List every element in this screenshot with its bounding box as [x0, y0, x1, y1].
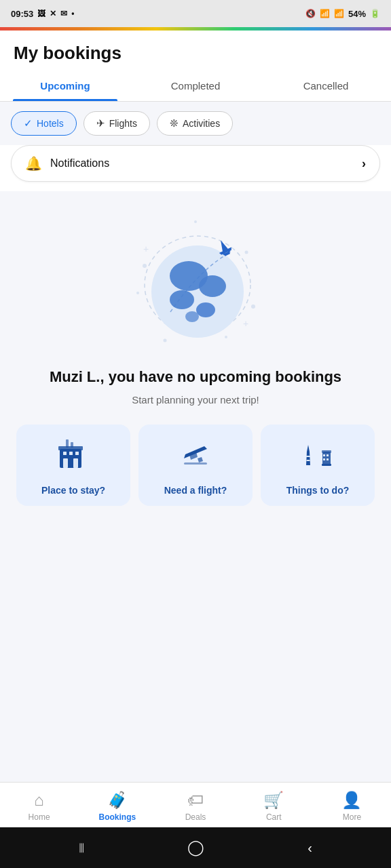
empty-state: + + Muz	[0, 191, 391, 782]
recent-apps-button[interactable]: ⦀	[79, 840, 84, 856]
cart-icon: 🛒	[263, 791, 284, 810]
svg-point-2	[245, 251, 248, 254]
card-need-a-flight[interactable]: Need a flight?	[138, 425, 253, 506]
svg-rect-28	[184, 462, 207, 465]
svg-point-12	[199, 275, 226, 297]
plane-icon: ✈	[96, 117, 105, 130]
nav-home[interactable]: ⌂ Home	[0, 788, 78, 825]
svg-rect-22	[73, 458, 78, 468]
svg-rect-25	[75, 452, 79, 455]
svg-rect-38	[323, 458, 325, 460]
tab-upcoming[interactable]: Upcoming	[0, 71, 130, 101]
notifications-bar[interactable]: 🔔 Notifications ›	[11, 145, 380, 182]
svg-rect-36	[323, 454, 325, 456]
chip-flights[interactable]: ✈ Flights	[83, 111, 150, 136]
system-nav-bar: ⦀ ◯ ‹	[0, 827, 391, 868]
landmarks-icon	[301, 437, 335, 477]
activities-icon: ❊	[170, 117, 179, 130]
check-icon: ✓	[24, 117, 33, 130]
card-place-to-stay[interactable]: Place to stay?	[16, 425, 130, 506]
location-icon: ✕	[50, 9, 56, 18]
empty-subtitle: Start planning your next trip!	[132, 394, 259, 406]
svg-text:+: +	[243, 318, 248, 329]
svg-rect-21	[63, 458, 68, 468]
svg-point-13	[170, 290, 194, 309]
svg-rect-32	[307, 460, 310, 461]
home-button[interactable]: ◯	[187, 839, 204, 856]
dot-icon: •	[71, 9, 74, 18]
svg-rect-24	[69, 452, 73, 455]
svg-rect-34	[322, 464, 331, 466]
chip-activities[interactable]: ❊ Activities	[157, 111, 233, 136]
home-icon: ⌂	[34, 791, 44, 810]
svg-rect-35	[322, 450, 331, 453]
filter-chips: ✓ Hotels ✈ Flights ❊ Activities	[0, 102, 391, 145]
globe-illustration: + +	[124, 212, 267, 354]
nav-cart[interactable]: 🛒 Cart	[235, 788, 313, 825]
battery-level: 54%	[348, 9, 366, 19]
wifi-icon: 📶	[320, 9, 330, 18]
bookings-icon: 🧳	[107, 791, 128, 810]
battery-icon: 🔋	[370, 9, 380, 18]
nav-more[interactable]: 👤 More	[313, 788, 391, 825]
nav-bookings[interactable]: 🧳 Bookings	[78, 788, 156, 825]
svg-point-1	[136, 292, 139, 294]
svg-rect-26	[66, 439, 69, 448]
signal-icon: 📶	[334, 9, 344, 18]
empty-title: Muzi L., you have no upcoming bookings	[50, 368, 341, 387]
svg-marker-30	[307, 445, 310, 452]
tab-cancelled[interactable]: Cancelled	[261, 71, 391, 101]
action-cards: Place to stay? Need a flight?	[14, 425, 377, 506]
page-title: My bookings	[0, 31, 391, 71]
svg-point-10	[151, 245, 244, 338]
svg-point-3	[251, 304, 255, 309]
bottom-nav: ⌂ Home 🧳 Bookings 🏷 Deals 🛒 Cart 👤 More	[0, 782, 391, 827]
svg-point-15	[185, 311, 199, 322]
more-icon: 👤	[341, 791, 362, 810]
card-things-to-do[interactable]: Things to do?	[261, 425, 375, 506]
status-time: 09:53	[11, 9, 33, 19]
nav-deals[interactable]: 🏷 Deals	[156, 788, 234, 825]
mute-icon: 🔇	[305, 9, 316, 18]
svg-point-5	[164, 339, 167, 342]
email-icon: ✉	[60, 9, 67, 18]
tabs-container: Upcoming Completed Cancelled	[0, 71, 391, 102]
svg-rect-39	[327, 458, 329, 460]
svg-rect-31	[306, 456, 310, 457]
svg-point-14	[196, 302, 215, 317]
bell-icon: 🔔	[25, 155, 42, 172]
flight-takeoff-icon	[179, 437, 212, 477]
chip-hotels[interactable]: ✓ Hotels	[11, 111, 77, 136]
svg-point-6	[225, 336, 227, 338]
svg-text:+: +	[143, 243, 149, 254]
svg-point-4	[194, 220, 197, 223]
svg-rect-23	[63, 452, 67, 455]
deals-icon: 🏷	[187, 791, 204, 810]
arrow-right-icon: ›	[362, 157, 366, 171]
svg-rect-27	[71, 442, 73, 448]
svg-marker-29	[306, 452, 310, 465]
back-button[interactable]: ‹	[308, 840, 312, 856]
status-bar: 09:53 🖼 ✕ ✉ • 🔇 📶 📶 54% 🔋	[0, 0, 391, 27]
tab-completed[interactable]: Completed	[130, 71, 261, 101]
svg-rect-37	[327, 454, 329, 456]
hotel-building-icon	[56, 437, 90, 477]
photo-icon: 🖼	[37, 9, 45, 18]
svg-point-0	[143, 264, 147, 268]
